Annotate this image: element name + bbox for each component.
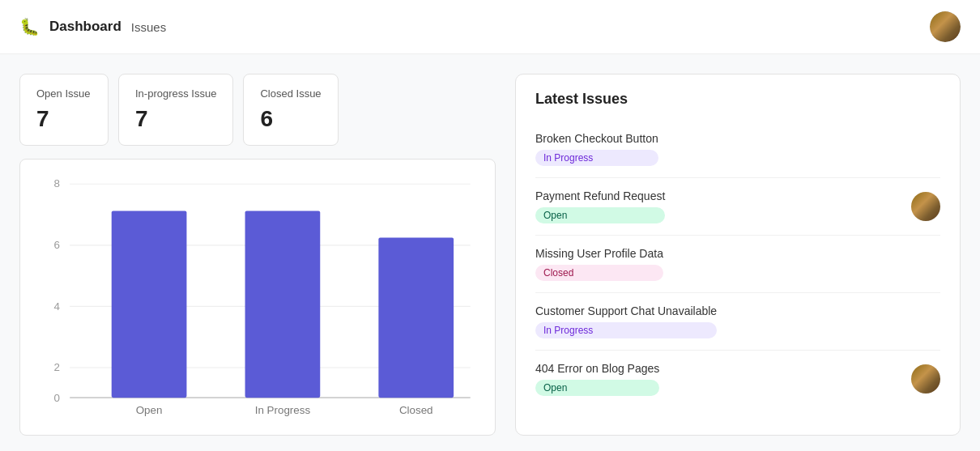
in-progress-issue-label: In-progress Issue	[135, 87, 216, 100]
issue-info-3: Missing User Profile Data Closed	[535, 247, 663, 281]
svg-text:0: 0	[53, 392, 59, 404]
issue-badge-3: Closed	[535, 265, 663, 281]
issue-item-4: Customer Support Chat Unavailable In Pro…	[535, 293, 940, 351]
issue-item-1: Broken Checkout Button In Progress	[535, 121, 940, 178]
issue-name-5: 404 Error on Blog Pages	[535, 362, 659, 375]
issue-name-4: Customer Support Chat Unavailable	[535, 304, 717, 317]
svg-text:Open: Open	[136, 404, 163, 416]
issues-nav-link[interactable]: Issues	[131, 20, 166, 34]
issue-info-5: 404 Error on Blog Pages Open	[535, 362, 659, 396]
issue-info-2: Payment Refund Request Open	[535, 189, 665, 223]
issue-avatar-2	[911, 192, 940, 221]
in-progress-issue-card: In-progress Issue 7	[118, 74, 233, 146]
closed-issue-label: Closed Issue	[260, 87, 321, 100]
svg-text:Closed: Closed	[399, 404, 433, 416]
main-content: Open Issue 7 In-progress Issue 7 Closed …	[0, 54, 980, 451]
left-panel: Open Issue 7 In-progress Issue 7 Closed …	[19, 74, 496, 436]
bug-icon: 🐛	[19, 17, 40, 36]
user-avatar[interactable]	[930, 11, 961, 42]
issue-item-2: Payment Refund Request Open	[535, 178, 940, 236]
header: 🐛 Dashboard Issues	[0, 0, 980, 54]
svg-text:8: 8	[53, 177, 59, 189]
issue-info-4: Customer Support Chat Unavailable In Pro…	[535, 304, 717, 338]
avatar-image	[930, 11, 961, 42]
dashboard-title: Dashboard	[49, 19, 121, 35]
right-panel: Latest Issues Broken Checkout Button In …	[515, 74, 961, 436]
summary-cards: Open Issue 7 In-progress Issue 7 Closed …	[19, 74, 496, 146]
issue-info-1: Broken Checkout Button In Progress	[535, 132, 658, 166]
issue-name-2: Payment Refund Request	[535, 189, 665, 202]
issue-name-1: Broken Checkout Button	[535, 132, 658, 145]
closed-issue-card: Closed Issue 6	[243, 74, 338, 146]
issue-badge-1: In Progress	[535, 150, 658, 166]
issue-badge-2: Open	[535, 207, 665, 223]
issue-item-3: Missing User Profile Data Closed	[535, 236, 940, 293]
bar-in-progress	[245, 211, 321, 398]
issue-badge-4: In Progress	[535, 322, 717, 338]
bar-chart-svg: 8 6 4 2 0	[36, 176, 479, 419]
issue-item-5: 404 Error on Blog Pages Open	[535, 351, 940, 407]
bar-open	[112, 211, 187, 398]
closed-issue-value: 6	[260, 106, 321, 132]
latest-issues-panel: Latest Issues Broken Checkout Button In …	[515, 74, 961, 436]
in-progress-issue-value: 7	[135, 106, 216, 132]
open-issue-value: 7	[36, 106, 92, 132]
open-issue-card: Open Issue 7	[19, 74, 109, 146]
bar-closed	[378, 238, 454, 398]
issue-badge-5: Open	[535, 380, 659, 396]
svg-text:In Progress: In Progress	[255, 404, 311, 416]
issue-name-3: Missing User Profile Data	[535, 247, 663, 260]
latest-issues-title: Latest Issues	[535, 91, 940, 108]
header-left: 🐛 Dashboard Issues	[19, 17, 166, 36]
svg-text:4: 4	[53, 300, 60, 312]
issue-avatar-5	[911, 364, 940, 394]
svg-text:6: 6	[53, 239, 59, 251]
chart-area: 8 6 4 2 0	[36, 176, 479, 419]
svg-text:2: 2	[53, 361, 59, 373]
bar-chart-container: 8 6 4 2 0	[19, 159, 496, 436]
open-issue-label: Open Issue	[36, 87, 92, 100]
